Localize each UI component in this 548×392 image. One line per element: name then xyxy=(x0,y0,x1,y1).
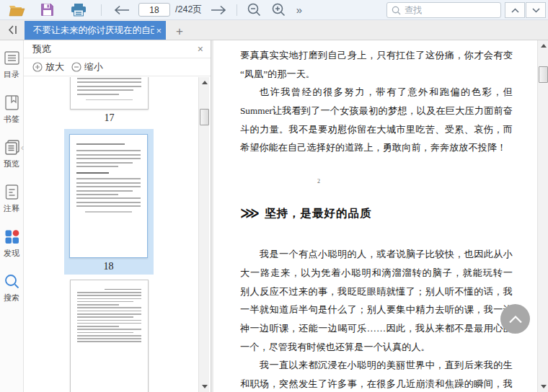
thumb-text-line xyxy=(76,166,118,167)
thumb-text-line xyxy=(77,341,141,342)
collapse-left-icon[interactable] xyxy=(3,20,22,39)
sidebar-item-discover[interactable]: 发现 xyxy=(0,228,23,272)
sidebar-item-search[interactable]: 搜索 xyxy=(0,272,23,317)
find-next-icon[interactable] xyxy=(526,2,546,18)
thumb-text-line xyxy=(76,143,125,145)
pdf-reader-window: /242页 » xyxy=(0,0,548,392)
selected-thumbnail-highlight: 18 xyxy=(64,129,154,275)
text-line: 神一边听课，还能一边喝可乐……因此，我从来都不是最用心的那 xyxy=(240,319,513,338)
sidebar-item-annotation[interactable]: 注释 xyxy=(0,183,23,228)
thumb-footer-line xyxy=(86,99,133,101)
print-icon[interactable] xyxy=(71,3,87,17)
thumb-text-line xyxy=(76,205,141,207)
find-input[interactable] xyxy=(405,5,496,15)
thumb-text-line xyxy=(77,292,141,293)
thumb-text-line xyxy=(77,304,119,306)
thumb-text-line xyxy=(76,186,141,187)
thumb-text-line xyxy=(77,94,119,95)
sidebar-item-toc[interactable]: 目录 xyxy=(0,49,23,94)
section-heading-text: 坚持，是最好的品质 xyxy=(265,204,372,223)
sidebar-label: 预览 xyxy=(4,159,19,169)
thumbnail-zoom-in-button[interactable]: 放大 xyxy=(32,61,64,74)
annotation-icon xyxy=(3,183,21,201)
panel-close-icon[interactable]: × xyxy=(198,44,203,54)
zoom-in-icon[interactable] xyxy=(271,2,286,17)
text-line: 斗的力量。我不是要劝慰你留在大城市里吃苦、受累、哀伤，而是 xyxy=(240,120,513,139)
scrollbar-thumb[interactable] xyxy=(539,66,548,83)
text-line: 大一路走来，以为凭着小聪明和滴溜溜转的脑子，就能玩转一切。 xyxy=(240,264,513,282)
thumb-text-line xyxy=(77,89,133,91)
document-tab[interactable]: 不要让未来的你讨厌现在的自己 × xyxy=(25,21,166,40)
scroll-up-icon[interactable] xyxy=(199,77,210,88)
tab-close-icon[interactable]: × xyxy=(156,26,162,35)
thumb-text-line xyxy=(77,326,119,327)
preview-panel-header: 预览 × xyxy=(24,40,211,58)
page-thumbnail[interactable] xyxy=(70,77,149,110)
previous-page-icon[interactable] xyxy=(114,5,130,15)
page-number-input[interactable] xyxy=(138,3,170,17)
toolbar-separator xyxy=(101,4,102,16)
chevron-up-icon xyxy=(508,315,523,324)
find-previous-icon[interactable] xyxy=(505,2,525,18)
open-file-icon[interactable] xyxy=(9,4,25,17)
next-page-icon[interactable] xyxy=(211,5,226,15)
sidebar-label: 搜索 xyxy=(4,293,19,303)
search-icon xyxy=(392,6,401,15)
thumb-text-line xyxy=(77,313,141,315)
main-toolbar: /242页 » xyxy=(0,0,548,20)
page-thumbnail-selected[interactable] xyxy=(69,134,148,258)
thumb-text-line xyxy=(77,332,133,334)
text-line: 和职场，突然发生了许多事，在很多几近崩溃和焦躁的瞬间，我发 xyxy=(240,375,513,392)
preview-panel: 预览 × 放大 缩小 xyxy=(24,40,211,392)
thumb-text-line xyxy=(76,197,141,199)
thumb-text-line xyxy=(77,307,141,308)
new-tab-icon[interactable]: + xyxy=(176,25,183,37)
thumb-text-line xyxy=(76,150,141,151)
scrollbar-thumb[interactable] xyxy=(200,109,209,125)
zoom-out-label: 缩小 xyxy=(84,61,103,74)
text-line: 希望你能在自己选择好的道路上，勇敢向前，奔奔放放不投降！ xyxy=(240,138,513,157)
workspace: 目录 书签 预览 xyxy=(0,40,548,392)
save-icon[interactable] xyxy=(40,3,54,17)
thumb-text-line xyxy=(77,301,133,303)
section-heading: ⋙ 坚持，是最好的品质 xyxy=(240,205,513,222)
triple-chevron-icon: ⋙ xyxy=(240,204,258,223)
back-to-top-button[interactable] xyxy=(500,304,530,334)
thumb-text-line xyxy=(76,154,141,156)
thumb-text-line xyxy=(76,190,133,192)
thumb-text-line xyxy=(77,311,141,312)
thumb-text-block xyxy=(76,292,143,342)
thumb-text-line xyxy=(76,178,141,179)
scroll-down-icon[interactable] xyxy=(538,381,548,392)
thumb-text-line xyxy=(76,158,141,159)
thumb-text-line xyxy=(77,78,141,79)
text-line: 我一直以来都沉浸在小聪明的美丽世界中，直到后来我的生活 xyxy=(240,356,513,375)
text-line: 别人反应不过来的事，我眨眨眼睛就懂了；别人听不懂的话，我听 xyxy=(240,282,513,301)
scroll-down-icon[interactable] xyxy=(199,381,210,392)
sidebar-label: 目录 xyxy=(4,69,19,80)
minus-circle-icon xyxy=(71,62,81,72)
thumbnail-scrollbar[interactable] xyxy=(198,77,209,392)
preview-panel-title: 预览 xyxy=(32,43,198,55)
tab-title: 不要让未来的你讨厌现在的自己 xyxy=(33,24,154,37)
preview-icon xyxy=(3,138,21,156)
thumb-footer-line xyxy=(85,211,132,213)
zoom-out-icon[interactable] xyxy=(247,2,262,17)
bookmark-icon xyxy=(3,94,21,112)
sidebar-item-bookmark[interactable]: 书签 xyxy=(0,94,23,138)
zoom-in-label: 放大 xyxy=(45,61,64,74)
document-scrollbar[interactable] xyxy=(537,40,548,392)
thumbnail-list: 17 18 xyxy=(24,77,211,392)
page-total-label: /242页 xyxy=(175,4,202,16)
thumb-text-line xyxy=(77,295,141,296)
more-tools-icon[interactable]: » xyxy=(296,4,302,16)
left-sidebar: 目录 书签 预览 xyxy=(0,40,24,392)
thumbnail-zoom-out-button[interactable]: 缩小 xyxy=(71,61,103,74)
thumb-text-line xyxy=(77,335,141,337)
thumbnail-zoom-tools: 放大 缩小 xyxy=(24,58,211,76)
thumb-text-block xyxy=(75,178,142,207)
sidebar-label: 发现 xyxy=(4,248,19,259)
page-thumbnail[interactable] xyxy=(70,280,149,392)
sidebar-item-preview[interactable]: 预览 xyxy=(0,138,23,183)
scroll-up-icon[interactable] xyxy=(538,40,548,51)
